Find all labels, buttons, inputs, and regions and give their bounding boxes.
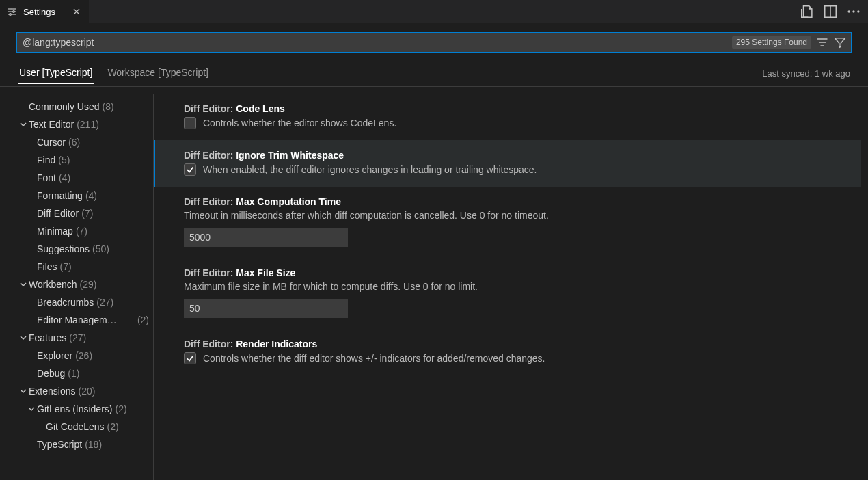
scope-tab-workspace[interactable]: Workspace [TypeScript]: [106, 67, 210, 84]
setting-title: Diff Editor: Max Computation Time: [184, 196, 847, 207]
chevron-down-icon: [18, 119, 29, 130]
setting-title: Diff Editor: Ignore Trim Whitespace: [184, 150, 847, 161]
input-max-computation-time[interactable]: [184, 228, 348, 247]
toc-suggestions[interactable]: Suggestions(50): [0, 240, 153, 258]
settings-body: Commonly Used (8) Text Editor (211) Curs…: [0, 87, 868, 480]
checkbox-render-indicators[interactable]: [184, 352, 196, 364]
toc-formatting[interactable]: Formatting(4): [0, 187, 153, 204]
setting-desc: Controls whether the diff editor shows +…: [203, 353, 545, 364]
toc-commonly-used[interactable]: Commonly Used (8): [0, 98, 153, 116]
close-icon[interactable]: [71, 6, 82, 17]
checkbox-ignore-trim[interactable]: [184, 163, 196, 176]
toc-workbench[interactable]: Workbench (29): [0, 276, 153, 293]
clear-filters-icon[interactable]: [815, 36, 829, 49]
chevron-down-icon: [26, 403, 37, 414]
chevron-down-icon: [18, 279, 29, 290]
toc-debug[interactable]: Debug(1): [0, 364, 153, 382]
svg-point-5: [10, 14, 12, 16]
toc-features[interactable]: Features (27): [0, 329, 153, 347]
toc-editor-management[interactable]: Editor Managem…(2): [0, 311, 153, 329]
setting-diff-ignore-trim: Diff Editor: Ignore Trim Whitespace When…: [154, 140, 861, 187]
toc-find[interactable]: Find(5): [0, 151, 153, 169]
editor-actions: [793, 0, 868, 23]
checkbox-code-lens[interactable]: [184, 117, 196, 129]
settings-search-input[interactable]: [21, 37, 732, 48]
settings-search-box: 295 Settings Found: [16, 32, 852, 53]
settings-tab-icon: [7, 6, 18, 17]
setting-title: Diff Editor: Render Indicators: [184, 338, 847, 349]
toc-minimap[interactable]: Minimap(7): [0, 222, 153, 240]
split-editor-icon[interactable]: [823, 4, 838, 19]
setting-title: Diff Editor: Code Lens: [184, 103, 847, 114]
chevron-down-icon: [18, 332, 29, 343]
svg-point-4: [13, 11, 15, 13]
toc-text-editor[interactable]: Text Editor (211): [0, 116, 153, 133]
setting-diff-code-lens: Diff Editor: Code Lens Controls whether …: [154, 94, 861, 140]
settings-scope-row: User [TypeScript] Workspace [TypeScript]…: [0, 65, 868, 87]
settings-sync-status[interactable]: Last synced: 1 wk ago: [762, 68, 850, 83]
editor-tabstrip: Settings: [0, 0, 868, 24]
filter-icon[interactable]: [833, 36, 847, 49]
setting-desc: Maximum file size in MB for which to com…: [184, 281, 847, 292]
settings-list[interactable]: Diff Editor: Code Lens Controls whether …: [154, 94, 868, 480]
toc-explorer[interactable]: Explorer(26): [0, 347, 153, 364]
settings-toc: Commonly Used (8) Text Editor (211) Curs…: [0, 94, 154, 480]
open-settings-json-icon[interactable]: [800, 4, 815, 19]
svg-point-12: [857, 10, 859, 12]
chevron-down-icon: [18, 386, 29, 397]
settings-search-row: 295 Settings Found: [0, 24, 868, 53]
toc-diff-editor[interactable]: Diff Editor(7): [0, 204, 153, 222]
svg-point-11: [852, 10, 854, 12]
tabstrip-spacer: [89, 0, 793, 23]
toc-gitlens[interactable]: GitLens (Insiders) (2): [0, 400, 153, 418]
input-max-file-size[interactable]: [184, 299, 348, 318]
settings-results-count: 295 Settings Found: [732, 36, 811, 49]
search-suffix: 295 Settings Found: [732, 36, 847, 49]
more-actions-icon[interactable]: [846, 4, 861, 19]
toc-font[interactable]: Font(4): [0, 169, 153, 187]
setting-desc: Controls whether the editor shows CodeLe…: [203, 118, 396, 129]
setting-title: Diff Editor: Max File Size: [184, 267, 847, 278]
toc-breadcrumbs[interactable]: Breadcrumbs(27): [0, 293, 153, 311]
setting-diff-render-indicators: Diff Editor: Render Indicators Controls …: [154, 329, 861, 375]
toc-files[interactable]: Files(7): [0, 258, 153, 276]
settings-editor: 295 Settings Found User [TypeScript] Wor…: [0, 24, 868, 480]
toc-cursor[interactable]: Cursor(6): [0, 133, 153, 151]
svg-point-10: [847, 10, 850, 12]
setting-desc: When enabled, the diff editor ignores ch…: [203, 164, 537, 175]
toc-git-codelens[interactable]: Git CodeLens(2): [0, 418, 153, 436]
tab-title: Settings: [23, 7, 55, 17]
setting-diff-max-file-size: Diff Editor: Max File Size Maximum file …: [154, 258, 861, 329]
tab-settings[interactable]: Settings: [0, 0, 89, 23]
setting-desc: Timeout in milliseconds after which diff…: [184, 210, 847, 221]
svg-point-3: [10, 8, 12, 10]
scope-tab-user[interactable]: User [TypeScript]: [18, 67, 94, 84]
toc-typescript[interactable]: TypeScript(18): [0, 436, 153, 453]
toc-extensions[interactable]: Extensions (20): [0, 382, 153, 400]
setting-diff-max-computation: Diff Editor: Max Computation Time Timeou…: [154, 187, 861, 258]
